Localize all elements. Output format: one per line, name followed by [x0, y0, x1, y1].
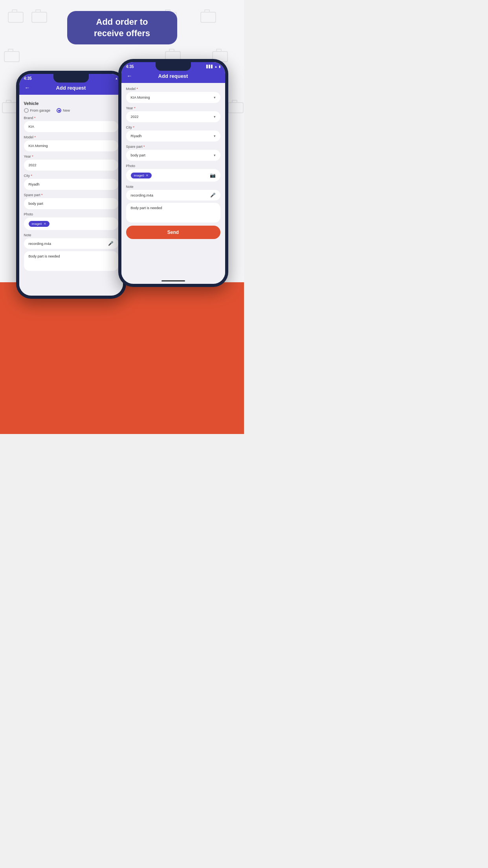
- battery-icon: ▮: [219, 65, 220, 68]
- photo-remove-left[interactable]: ✕: [44, 222, 46, 226]
- form-left: Vehicle From garage New Brand *: [19, 95, 123, 289]
- model-label-right: Model *: [126, 87, 220, 91]
- time-right: 4:35: [126, 64, 134, 69]
- camera-icon-right[interactable]: 📷: [210, 173, 216, 178]
- city-input-right[interactable]: Riyadh ▾: [126, 131, 220, 142]
- city-label-left: City *: [24, 174, 118, 178]
- signal-icon: ▋▋▋: [206, 65, 213, 68]
- note-label-right: Note: [126, 185, 220, 189]
- photo-remove-right[interactable]: ✕: [146, 174, 149, 177]
- radio-new-circle[interactable]: [57, 108, 61, 113]
- mic-icon-right[interactable]: 🎤: [210, 193, 216, 198]
- year-input-left[interactable]: 2022: [24, 160, 118, 171]
- time-left: 4:35: [24, 76, 32, 81]
- note-input-left[interactable]: recording.m4a 🎤: [24, 238, 118, 249]
- vehicle-section-label: Vehicle: [24, 101, 118, 106]
- note-input-right[interactable]: recording.m4a 🎤: [126, 190, 220, 200]
- year-label-left: Year *: [24, 154, 118, 158]
- spare-input-left[interactable]: body part: [24, 198, 118, 209]
- phone-right-screen: 4:35 ▋▋▋ ▲ ▮ ← Add request Model *: [121, 62, 225, 284]
- phone-left-screen: 4:35 ▲ ← Add request Vehicle From garage: [19, 74, 123, 296]
- photo-field-right[interactable]: image0 ✕ 📷: [126, 169, 220, 182]
- model-label-left: Model *: [24, 135, 118, 139]
- chevron-year: ▾: [214, 115, 216, 119]
- photo-label-right: Photo: [126, 164, 220, 168]
- back-arrow-left[interactable]: ←: [25, 85, 30, 91]
- city-input-left[interactable]: Riyadh: [24, 179, 118, 190]
- status-icons-right: ▋▋▋ ▲ ▮: [206, 65, 220, 68]
- photo-field-left[interactable]: image0 ✕: [24, 217, 118, 230]
- radio-group-left: From garage New: [24, 108, 118, 113]
- wifi-icon: ▲: [215, 65, 218, 68]
- radio-from-garage[interactable]: From garage: [24, 108, 51, 113]
- chevron-spare: ▾: [214, 153, 216, 157]
- notch-right: [156, 62, 191, 71]
- header-banner: Add order to receive offers: [67, 11, 177, 44]
- form-right: Model * KIA Morning ▾ Year * 2022 ▾ City: [121, 83, 225, 277]
- banner-text: Add order to receive offers: [81, 17, 163, 39]
- brand-label-left: Brand *: [24, 116, 118, 120]
- spare-label-left: Spare part *: [24, 193, 118, 197]
- status-icons-left: ▲: [115, 77, 118, 80]
- notch-left: [53, 74, 89, 83]
- back-arrow-right[interactable]: ←: [127, 73, 132, 79]
- location-icon: ▲: [115, 77, 118, 80]
- model-input-left[interactable]: KIA Morning: [24, 140, 118, 151]
- app-header-right: ← Add request: [121, 70, 225, 83]
- photo-tag-right[interactable]: image0 ✕: [131, 173, 152, 178]
- spare-input-right[interactable]: body part ▾: [126, 150, 220, 161]
- app-title-right: Add request: [136, 73, 211, 79]
- app-title-left: Add request: [33, 85, 109, 91]
- radio-from-garage-circle[interactable]: [24, 108, 29, 113]
- city-label-right: City *: [126, 125, 220, 129]
- photo-tag-left[interactable]: image0 ✕: [29, 221, 50, 227]
- mic-icon-left[interactable]: 🎤: [108, 241, 114, 246]
- note-textarea-left[interactable]: Body part is needed: [24, 251, 118, 271]
- chevron-model: ▾: [214, 96, 216, 99]
- radio-new[interactable]: New: [57, 108, 70, 113]
- note-textarea-right[interactable]: Body part is needed: [126, 203, 220, 223]
- phones-container: 4:35 ▲ ← Add request Vehicle From garage: [0, 59, 244, 434]
- send-button-right[interactable]: Send: [126, 226, 220, 239]
- phone-right: 4:35 ▋▋▋ ▲ ▮ ← Add request Model *: [118, 59, 228, 287]
- note-label-left: Note: [24, 233, 118, 237]
- year-label-right: Year *: [126, 106, 220, 110]
- year-input-right[interactable]: 2022 ▾: [126, 111, 220, 122]
- app-header-left: ← Add request: [19, 82, 123, 95]
- photo-label-left: Photo: [24, 212, 118, 216]
- model-input-right[interactable]: KIA Morning ▾: [126, 92, 220, 103]
- phone-left: 4:35 ▲ ← Add request Vehicle From garage: [16, 71, 126, 299]
- chevron-city: ▾: [214, 134, 216, 138]
- brand-input-left[interactable]: KIA: [24, 121, 118, 132]
- spare-label-right: Spare part *: [126, 145, 220, 149]
